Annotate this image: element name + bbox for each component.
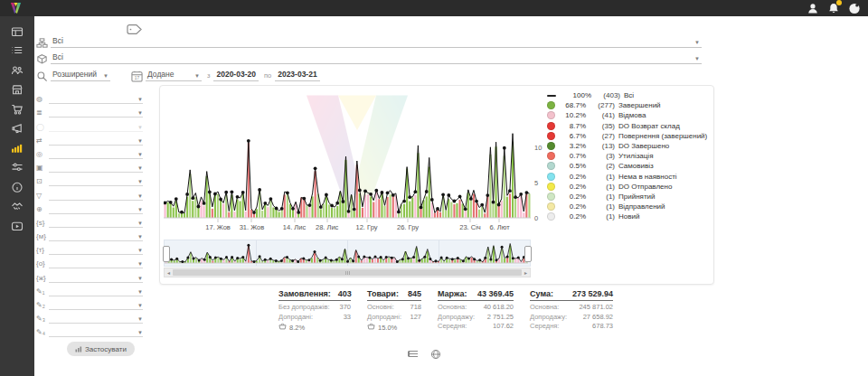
side-filter-select[interactable]: ▼ bbox=[49, 107, 143, 118]
x-axis-label: 28. Лис bbox=[316, 223, 338, 231]
side-filter-note2[interactable]: ✎₂▼ bbox=[36, 296, 143, 310]
scroll-left-arrow[interactable]: ◂ bbox=[165, 269, 173, 276]
legend-item[interactable]: 6.7%(27)Повернення (завершений) bbox=[547, 131, 712, 141]
legend-label: Відправлений bbox=[618, 202, 665, 211]
apply-button[interactable]: Застосувати bbox=[67, 342, 135, 356]
side-filter-var-s[interactable]: {s}▼ bbox=[36, 214, 143, 228]
scroll-right-arrow[interactable]: ▸ bbox=[522, 269, 530, 276]
side-filter-select[interactable]: ▼ bbox=[49, 121, 143, 132]
side-filter-var-zh[interactable]: {ж}▼ bbox=[36, 268, 143, 282]
legend-item[interactable]: 8.7%(35)DO Возврат склад bbox=[547, 121, 712, 131]
side-filter-select[interactable]: ▼ bbox=[49, 203, 143, 214]
side-filter-circle[interactable]: ◯▼ bbox=[36, 118, 143, 131]
side-filter-select[interactable]: ▼ bbox=[49, 162, 143, 173]
legend-item[interactable]: 100%(403)Всі bbox=[547, 90, 712, 100]
search-mode-select[interactable]: Розширений ▼ bbox=[51, 70, 110, 81]
side-filter-note1[interactable]: ✎₁▼ bbox=[36, 283, 143, 296]
side-filter-person-transfer[interactable]: ⇄▼ bbox=[36, 132, 143, 146]
tag-icon[interactable] bbox=[127, 23, 143, 34]
side-filter-package[interactable]: ▣▼ bbox=[36, 159, 143, 173]
side-filter-select[interactable]: ▼ bbox=[49, 190, 143, 201]
sidebar-item-stats[interactable] bbox=[0, 138, 34, 158]
side-filter-select[interactable]: ▼ bbox=[49, 93, 143, 104]
legend-item[interactable]: 10.2%(41)Відмова bbox=[547, 110, 712, 120]
side-filter-select[interactable]: ▼ bbox=[49, 135, 143, 146]
date-to-input[interactable]: 2023-03-21 bbox=[275, 70, 319, 81]
brush-handle-left[interactable] bbox=[163, 246, 170, 262]
side-filter-select[interactable]: ▼ bbox=[49, 148, 143, 159]
globe-view-icon[interactable] bbox=[430, 347, 441, 358]
brand-logo[interactable] bbox=[9, 2, 23, 14]
legend-item[interactable]: 0.2%(1)Новий bbox=[547, 212, 712, 221]
side-filter-var-t[interactable]: {т}▼ bbox=[36, 241, 143, 255]
sidebar-item-sliders[interactable] bbox=[0, 158, 34, 178]
legend-item[interactable]: 0.2%(1)Відправлений bbox=[547, 202, 712, 212]
date-from-input[interactable]: 2020-03-20 bbox=[213, 70, 258, 81]
profile-avatar-icon[interactable] bbox=[848, 2, 861, 14]
legend-item[interactable]: 68.7%(277)Завершений bbox=[547, 100, 712, 110]
sidebar-item-store[interactable] bbox=[0, 80, 34, 100]
side-filter-select[interactable]: ▼ bbox=[49, 217, 143, 228]
legend-percent: 0.7% bbox=[559, 152, 586, 160]
legend-percent: 0.2% bbox=[559, 202, 586, 211]
side-filter-select[interactable]: ▼ bbox=[49, 272, 143, 283]
side-filter-select[interactable]: ▼ bbox=[49, 313, 143, 324]
status-select[interactable]: Всі ▼ bbox=[51, 36, 702, 48]
sidebar-item-info[interactable] bbox=[0, 177, 34, 197]
side-filter-select[interactable]: ▼ bbox=[49, 230, 143, 241]
side-filter-disc[interactable]: ◎▼ bbox=[36, 146, 143, 159]
legend-item[interactable]: 0.2%(1)Прийнятий bbox=[547, 192, 712, 202]
sidebar-item-announcements[interactable] bbox=[0, 119, 34, 139]
side-filter-select[interactable]: ▼ bbox=[49, 244, 143, 255]
sidebar-item-video[interactable] bbox=[0, 216, 34, 236]
sidebar-item-partners[interactable] bbox=[0, 197, 34, 217]
sidebar-item-orders-list[interactable] bbox=[0, 42, 34, 61]
stat-value: 403 bbox=[338, 289, 352, 298]
side-filter-select[interactable]: ▼ bbox=[49, 286, 143, 296]
legend-item[interactable]: 0.7%(3)Утилізація bbox=[547, 151, 712, 161]
search-mode-value: Розширений bbox=[52, 70, 97, 79]
side-filter-select[interactable]: ▼ bbox=[49, 258, 143, 268]
table-view-icon[interactable] bbox=[408, 347, 419, 358]
product-select[interactable]: Всі ▼ bbox=[51, 52, 702, 64]
side-filter-var-o[interactable]: {о}▼ bbox=[36, 255, 143, 268]
sidebar-item-cart[interactable] bbox=[0, 99, 34, 119]
side-filter-funnel[interactable]: ▽▼ bbox=[36, 186, 143, 200]
chart-scrollbar[interactable]: ◂ ▸ bbox=[164, 268, 531, 277]
side-filter-note4[interactable]: ✎₄▼ bbox=[36, 324, 143, 337]
side-filter-var-m[interactable]: {м}▼ bbox=[36, 228, 143, 241]
person-transfer-icon: ⇄ bbox=[36, 136, 49, 146]
legend-label: Новий bbox=[618, 212, 639, 221]
legend-item[interactable]: 0.5%(2)Самовивіз bbox=[547, 161, 712, 171]
sidebar-item-dashboard[interactable] bbox=[0, 22, 34, 42]
side-filter-sphere[interactable]: ◍▼ bbox=[36, 90, 143, 104]
side-filter-globe[interactable]: ⊕▼ bbox=[36, 201, 143, 214]
sidebar-item-users[interactable] bbox=[0, 61, 34, 80]
side-filter-filter-lines[interactable]: ≣▼ bbox=[36, 104, 143, 118]
legend-item[interactable]: 0.2%(1)DO Отправлено bbox=[547, 182, 712, 192]
legend-item[interactable]: 0.2%(1)Нема в наявності bbox=[547, 172, 712, 182]
side-filter-select[interactable]: ▼ bbox=[49, 175, 143, 186]
upsell-rate: 8.2% bbox=[278, 323, 351, 332]
overview-brush-chart[interactable] bbox=[164, 240, 531, 267]
dot-swatch bbox=[547, 132, 555, 140]
side-filter-note3[interactable]: ✎₃▼ bbox=[36, 310, 143, 324]
upsell-rate: 15.0% bbox=[367, 323, 421, 332]
stat-subrow: Допродажу:2 751.25 bbox=[438, 313, 514, 323]
dot-swatch bbox=[547, 212, 555, 221]
stat-header: Маржа:43 369.45 bbox=[438, 289, 514, 301]
date-field-select[interactable]: Додане ▼ bbox=[146, 70, 202, 81]
person-icon[interactable] bbox=[807, 2, 819, 14]
x-axis-label: 17. Жов bbox=[205, 223, 231, 231]
side-filter-select[interactable]: ▼ bbox=[49, 326, 143, 337]
side-filter-frame[interactable]: ⊡▼ bbox=[36, 173, 143, 186]
search-filter-row: Розширений ▼ 17 Додане ▼ з 2020-03-20 по… bbox=[36, 68, 702, 81]
x-axis-label: 23. Січ bbox=[459, 223, 481, 231]
scrollbar-thumb[interactable] bbox=[173, 269, 522, 276]
notifications-bell-icon[interactable] bbox=[827, 2, 840, 14]
legend-item[interactable]: 3.2%(13)DO Завершено bbox=[547, 141, 712, 151]
brush-handle-right[interactable] bbox=[524, 246, 532, 262]
notification-badge bbox=[836, 0, 842, 5]
legend-label: Самовивіз bbox=[618, 162, 654, 170]
side-filter-select[interactable]: ▼ bbox=[49, 299, 143, 310]
